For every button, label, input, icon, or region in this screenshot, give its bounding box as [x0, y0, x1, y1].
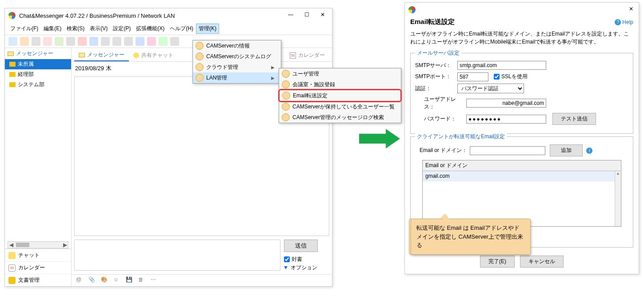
- email-domain-input[interactable]: [470, 146, 545, 155]
- toolbar-icon[interactable]: [20, 37, 29, 46]
- tab-calendar[interactable]: 31 カレンダー: [285, 49, 329, 61]
- folder-icon: [9, 72, 16, 77]
- test-send-button[interactable]: テスト送信: [552, 113, 596, 125]
- submenu-room-reg[interactable]: 会議室・施設登録: [279, 79, 401, 90]
- menu-camserver-info[interactable]: CAMServerの情報: [193, 40, 281, 51]
- toolbar-icon[interactable]: [8, 37, 17, 46]
- submenu-msg-log[interactable]: CAMServer管理のメッセージログ検索: [279, 112, 401, 123]
- toolbar-icon[interactable]: [170, 37, 179, 46]
- scroll-right-icon[interactable]: ▶: [62, 242, 68, 248]
- sidebar-folder-system[interactable]: システム部: [5, 80, 71, 90]
- ssl-checkbox-input[interactable]: [494, 74, 500, 80]
- user-icon: [196, 42, 204, 50]
- tab-label: 共有チャット: [141, 52, 173, 59]
- window-title: Chat&Messenger 4.07.22 / BusinessPremium…: [19, 12, 287, 19]
- nav-chat[interactable]: チャット: [5, 249, 71, 261]
- nav-docs[interactable]: 文書管理: [5, 274, 71, 286]
- toolbar-icon[interactable]: [66, 37, 75, 46]
- toolbar-icon[interactable]: [89, 37, 98, 46]
- send-button[interactable]: 送信: [284, 240, 318, 252]
- attach-icon[interactable]: 📎: [88, 276, 96, 284]
- password-input[interactable]: [466, 115, 546, 124]
- folder-icon: [9, 62, 16, 67]
- palette-icon[interactable]: 🎨: [101, 276, 109, 284]
- cancel-button[interactable]: キャンセル: [520, 256, 564, 268]
- close-button[interactable]: ✕: [319, 12, 327, 20]
- toolbar-icon[interactable]: [147, 37, 156, 46]
- user-icon: [282, 92, 290, 100]
- compose-input[interactable]: [74, 240, 280, 271]
- submenu-email-fwd[interactable]: Email転送設定: [280, 90, 400, 101]
- table-row[interactable]: gmail.com: [423, 171, 621, 181]
- table-scrollbar[interactable]: ▲: [615, 171, 621, 226]
- menu-help[interactable]: ヘルプ(H): [167, 24, 196, 34]
- toolbar-icon[interactable]: [78, 37, 87, 46]
- tab-messenger[interactable]: メッセンジャー: [74, 49, 129, 61]
- folder-label: 未所属: [18, 60, 34, 68]
- user-addr-label: ユーザアドレス：: [424, 96, 466, 111]
- folder-icon: [8, 277, 16, 284]
- maximize-button[interactable]: ☐: [303, 12, 311, 20]
- user-addr-input[interactable]: [466, 99, 546, 108]
- toolbar-icon[interactable]: [43, 37, 52, 46]
- auth-select[interactable]: パスワード認証: [457, 84, 524, 93]
- menu-admin[interactable]: 管理(K): [196, 24, 219, 34]
- more-icon[interactable]: ⋯: [151, 276, 159, 284]
- options-link[interactable]: オプション: [284, 264, 329, 272]
- sidebar-folder-accounting[interactable]: 経理部: [5, 69, 71, 80]
- ssl-checkbox[interactable]: SSLを使用: [494, 73, 528, 80]
- close-button[interactable]: ✕: [627, 6, 635, 14]
- menu-edit[interactable]: 編集(E): [41, 24, 64, 34]
- smtp-server-input[interactable]: [457, 61, 546, 70]
- tab-label: カレンダー: [298, 52, 325, 59]
- user-icon: [196, 63, 204, 71]
- left-nav: チャット 31 カレンダー 文書管理: [5, 248, 71, 286]
- submenu-all-users[interactable]: CAMServerが保持している全ユーザー一覧: [279, 101, 401, 112]
- toolbar-icon[interactable]: [159, 37, 168, 46]
- toolbar-icon[interactable]: [136, 37, 144, 46]
- sidebar-header: メッセンジャー: [5, 48, 71, 59]
- help-link[interactable]: Help: [622, 19, 633, 25]
- lan-submenu: ユーザ管理 会議室・施設登録 Email転送設定 CAMServerが保持してい…: [279, 68, 401, 123]
- toolbar-icon[interactable]: [55, 37, 64, 46]
- nav-calendar[interactable]: 31 カレンダー: [5, 261, 71, 274]
- user-icon: [196, 52, 204, 60]
- toolbar-icon[interactable]: [112, 37, 121, 46]
- help-icon: ?: [615, 19, 621, 25]
- menu-settings[interactable]: 設定(P): [110, 24, 133, 34]
- submenu-user-mgmt[interactable]: ユーザ管理: [279, 68, 401, 79]
- toolbar-icon[interactable]: [124, 37, 133, 46]
- menu-ext[interactable]: 拡張機能(X): [133, 24, 167, 34]
- toolbar-icon[interactable]: [101, 37, 110, 46]
- calendar-icon: 31: [8, 264, 16, 272]
- chevron-right-icon: ▶: [271, 76, 275, 80]
- sealed-checkbox-input[interactable]: [284, 256, 290, 262]
- mention-icon[interactable]: @: [76, 276, 84, 284]
- menu-search[interactable]: 検索(S): [64, 24, 87, 34]
- add-button[interactable]: 追加: [550, 144, 583, 156]
- toolbar-icon[interactable]: [32, 37, 40, 46]
- menu-lan-mgmt[interactable]: LAN管理▶: [193, 72, 281, 83]
- menu-camserver-syslog[interactable]: CAMServerのシステムログ: [193, 51, 281, 62]
- folder-icon: [9, 82, 16, 87]
- smtp-server-label: SMTPサーバ：: [415, 62, 457, 69]
- sidebar-folder-unassigned[interactable]: 未所属: [5, 59, 71, 69]
- trash-icon[interactable]: 🗑: [138, 276, 146, 284]
- smtp-port-input[interactable]: [457, 72, 488, 81]
- emoji-icon[interactable]: ☺: [113, 276, 121, 284]
- save-icon[interactable]: 💾: [126, 276, 134, 284]
- tab-shared-chat[interactable]: 共有チャット: [129, 49, 178, 61]
- sidebar-scrollbar[interactable]: ◀ ▶: [8, 241, 68, 248]
- nav-label: 文書管理: [18, 276, 40, 284]
- minimize-button[interactable]: —: [287, 12, 295, 20]
- ssl-label: SSLを使用: [501, 73, 528, 80]
- menu-cloud-mgmt[interactable]: クラウド管理▶: [193, 62, 281, 72]
- scroll-left-icon[interactable]: ◀: [8, 242, 14, 248]
- menubar: ファイル(F) 編集(E) 検索(S) 表示(V) 設定(P) 拡張機能(X) …: [5, 23, 332, 35]
- sealed-checkbox[interactable]: 封書: [284, 256, 329, 263]
- scroll-thumb[interactable]: [16, 243, 29, 247]
- done-button[interactable]: 完了(E): [480, 256, 515, 268]
- menu-view[interactable]: 表示(V): [87, 24, 110, 34]
- menu-file[interactable]: ファイル(F): [8, 24, 41, 34]
- envelope-icon: [79, 53, 85, 57]
